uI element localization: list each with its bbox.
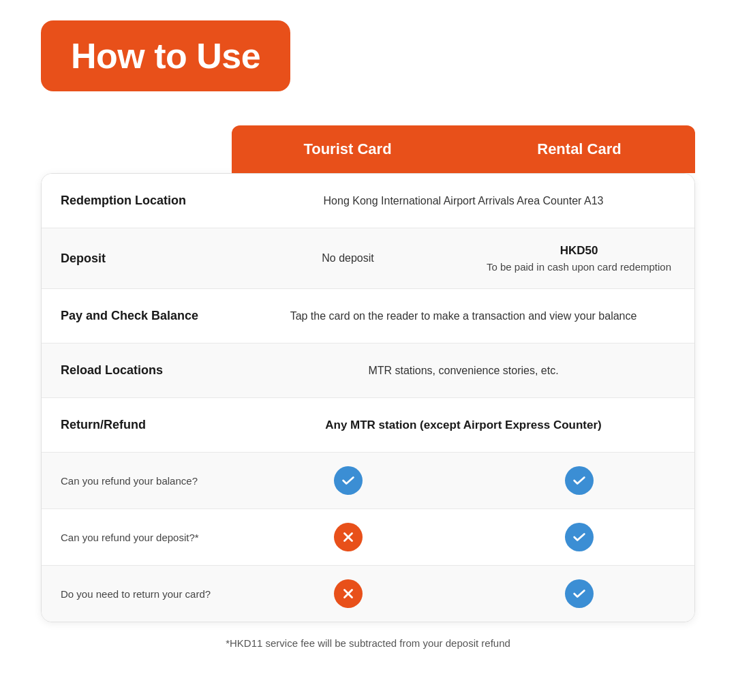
- deposit-rental-sub: To be paid in cash upon card redemption: [487, 260, 671, 275]
- tourist-card-header: Tourist Card: [232, 125, 463, 173]
- sub-row-3-tourist: [232, 566, 463, 622]
- check-icon-rental-3: [565, 579, 594, 608]
- column-headers: Tourist Card Rental Card: [232, 125, 695, 173]
- sub-row-2-rental: [463, 509, 694, 565]
- x-icon-tourist-3: [334, 579, 363, 608]
- reload-cells: MTR stations, convenience stories, etc.: [232, 349, 694, 393]
- sub-row-1: Can you refund your balance?: [42, 453, 694, 509]
- sub-row-3-label: Do you need to return your card?: [42, 575, 232, 613]
- deposit-tourist-cell: No deposit: [232, 228, 463, 288]
- deposit-rental-cell: HKD50 To be paid in cash upon card redem…: [463, 228, 694, 288]
- deposit-row: Deposit No deposit HKD50 To be paid in c…: [42, 228, 694, 289]
- reload-label: Reload Locations: [42, 348, 232, 392]
- redemption-cells: Hong Kong International Airport Arrivals…: [232, 179, 694, 223]
- x-icon-tourist-2: [334, 523, 363, 551]
- sub-row-1-label: Can you refund your balance?: [42, 461, 232, 500]
- sub-row-3-cells: [232, 566, 694, 622]
- check-icon-rental-2: [565, 523, 594, 551]
- reload-row: Reload Locations MTR stations, convenien…: [42, 344, 694, 398]
- rental-card-header: Rental Card: [463, 125, 695, 173]
- reload-value: MTR stations, convenience stories, etc.: [232, 349, 694, 393]
- pay-balance-value: Tap the card on the reader to make a tra…: [232, 294, 694, 338]
- comparison-wrapper: Tourist Card Rental Card Redemption Loca…: [41, 125, 695, 622]
- sub-row-2-label: Can you refund your deposit?*: [42, 518, 232, 557]
- pay-balance-cells: Tap the card on the reader to make a tra…: [232, 294, 694, 338]
- redemption-label: Redemption Location: [42, 179, 232, 222]
- pay-balance-label: Pay and Check Balance: [42, 294, 232, 337]
- sub-row-1-tourist: [232, 453, 463, 508]
- sub-row-2-cells: [232, 509, 694, 565]
- sub-row-3: Do you need to return your card?: [42, 566, 694, 622]
- deposit-rental-amount: HKD50: [560, 242, 598, 260]
- redemption-row: Redemption Location Hong Kong Internatio…: [42, 174, 694, 228]
- deposit-label: Deposit: [42, 237, 232, 280]
- sub-row-1-cells: [232, 453, 694, 508]
- how-to-use-badge: How to Use: [41, 20, 290, 91]
- sub-row-3-rental: [463, 566, 694, 622]
- sub-row-2: Can you refund your deposit?*: [42, 509, 694, 566]
- return-refund-label: Return/Refund: [42, 403, 232, 446]
- comparison-table: Redemption Location Hong Kong Internatio…: [41, 173, 695, 622]
- footnote: *HKD11 service fee will be subtracted fr…: [41, 637, 695, 649]
- page-title: How to Use: [71, 36, 260, 76]
- sub-row-2-tourist: [232, 509, 463, 565]
- redemption-value: Hong Kong International Airport Arrivals…: [232, 179, 694, 223]
- sub-row-1-rental: [463, 453, 694, 508]
- check-icon-rental-1: [565, 466, 594, 495]
- return-refund-row: Return/Refund Any MTR station (except Ai…: [42, 398, 694, 453]
- deposit-cells: No deposit HKD50 To be paid in cash upon…: [232, 228, 694, 288]
- return-refund-value: Any MTR station (except Airport Express …: [232, 403, 694, 448]
- check-icon-tourist-1: [334, 466, 363, 495]
- pay-balance-row: Pay and Check Balance Tap the card on th…: [42, 289, 694, 344]
- return-refund-cells: Any MTR station (except Airport Express …: [232, 403, 694, 448]
